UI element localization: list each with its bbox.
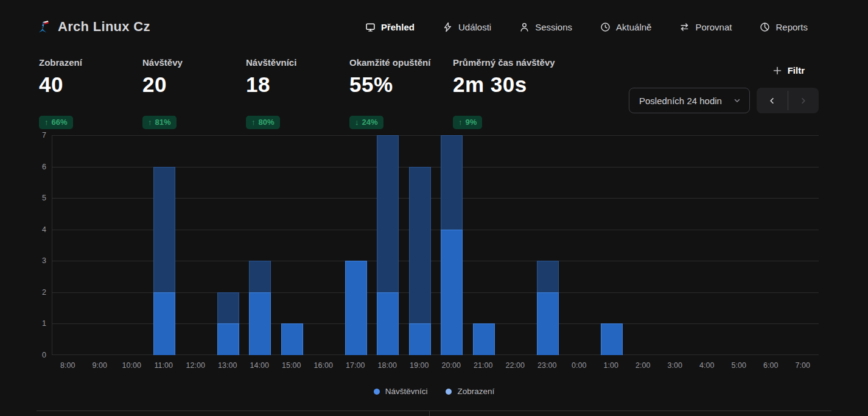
- bar-visitors-2100[interactable]: [473, 323, 495, 355]
- nav-item-label: Reports: [775, 22, 808, 32]
- stat-change-value: 80%: [259, 118, 275, 127]
- site-title: Arch Linux Cz: [58, 19, 150, 35]
- nav-item-prehled[interactable]: Přehled: [365, 22, 415, 32]
- x-axis-label: 17:00: [340, 361, 372, 370]
- nav-item-aktualne[interactable]: Aktuálně: [600, 22, 651, 32]
- lightning-icon: [443, 22, 453, 32]
- previous-period-button[interactable]: [757, 88, 788, 113]
- stat-okamzite-opusteni: Okamžité opuštění55%↓24%: [349, 57, 453, 129]
- x-axis-label: 21:00: [467, 361, 500, 370]
- x-axis-label: 15:00: [276, 361, 308, 370]
- x-axis-label: 11:00: [148, 361, 180, 370]
- stat-change-value: 24%: [362, 118, 378, 127]
- stat-change-value: 81%: [155, 118, 171, 127]
- arrow-up-icon: ↑: [148, 118, 152, 127]
- stat-label: Návštěvníci: [246, 57, 349, 68]
- filter-label: Filtr: [788, 65, 805, 76]
- x-axis-label: 4:00: [691, 361, 723, 370]
- x-axis-label: 8:00: [52, 361, 84, 370]
- clock-icon: [600, 22, 611, 32]
- x-axis-label: 23:00: [531, 361, 564, 370]
- legend-label: Zobrazení: [457, 387, 494, 396]
- bar-visitors-1800[interactable]: [377, 292, 399, 355]
- x-axis-label: 18:00: [371, 361, 404, 370]
- stat-value: 2m 30s: [453, 72, 556, 97]
- x-axis-label: 0:00: [563, 361, 595, 370]
- x-axis-label: 3:00: [659, 361, 691, 370]
- date-pager: [757, 88, 819, 113]
- nav-item-porovnat[interactable]: Porovnat: [679, 22, 732, 32]
- bar-visitors-1700[interactable]: [345, 261, 367, 355]
- bar-visitors-1500[interactable]: [281, 323, 303, 355]
- nav-item-udalosti[interactable]: Události: [443, 22, 491, 32]
- date-range-value: Posledních 24 hodin: [639, 96, 722, 106]
- stat-zobrazeni: Zobrazení40↑66%: [39, 57, 142, 129]
- pie-chart-icon: [760, 22, 770, 32]
- nav-item-label: Porovnat: [695, 22, 732, 32]
- y-axis-label: 7: [42, 131, 46, 139]
- x-axis-label: 19:00: [404, 361, 436, 370]
- bar-visitors-2300[interactable]: [537, 292, 559, 355]
- chart-controls: Filtr Posledních 24 hodin: [629, 65, 819, 113]
- x-axis-label: 22:00: [499, 361, 531, 370]
- panel-divider: [429, 411, 430, 416]
- bar-visitors-1900[interactable]: [409, 323, 431, 355]
- x-axis-label: 6:00: [755, 361, 787, 370]
- y-axis-label: 4: [42, 225, 46, 234]
- chart-x-axis: 8:009:0010:0011:0012:0013:0014:0015:0016…: [52, 361, 819, 370]
- nav-item-reports[interactable]: Reports: [760, 22, 808, 32]
- bar-visitors-1100[interactable]: [153, 292, 175, 355]
- person-icon: [519, 22, 530, 32]
- bar-visitors-1400[interactable]: [249, 292, 271, 355]
- chevron-left-icon: [768, 96, 777, 105]
- legend-item-nvtvnci[interactable]: Návštěvníci: [374, 387, 428, 396]
- legend-label: Návštěvníci: [385, 387, 428, 396]
- arrow-down-icon: ↓: [355, 118, 359, 127]
- bar-visitors-100[interactable]: [601, 323, 623, 355]
- site-logo-icon: [37, 19, 51, 34]
- monitor-icon: [365, 22, 376, 32]
- nav-item-label: Přehled: [381, 22, 415, 32]
- compare-arrows-icon: [679, 22, 690, 32]
- stat-navstevy: Návštěvy20↑81%: [142, 57, 246, 129]
- main-nav: PřehledUdálostiSessionsAktuálněPorovnatR…: [365, 22, 808, 32]
- bottom-panels: [37, 411, 831, 416]
- date-range-select[interactable]: Posledních 24 hodin: [629, 88, 750, 113]
- x-axis-label: 20:00: [435, 361, 467, 370]
- x-axis-label: 16:00: [307, 361, 340, 370]
- nav-item-label: Události: [458, 22, 491, 32]
- x-axis-label: 7:00: [787, 361, 819, 370]
- stat-label: Průměrný čas návštěvy: [453, 57, 556, 68]
- chevron-down-icon: [733, 96, 741, 105]
- bar-visitors-1300[interactable]: [217, 323, 239, 355]
- stat-change-badge: ↑9%: [453, 116, 482, 129]
- gridline-y7: [52, 135, 819, 136]
- x-axis-label: 2:00: [627, 361, 659, 370]
- bar-visitors-2000[interactable]: [441, 230, 463, 355]
- x-axis-label: 14:00: [243, 361, 276, 370]
- stat-label: Zobrazení: [39, 57, 142, 68]
- next-period-button[interactable]: [788, 88, 819, 113]
- stat-change-badge: ↑81%: [142, 116, 177, 129]
- stat-value: 20: [142, 72, 246, 97]
- legend-dot-icon: [374, 389, 380, 395]
- stats-bar: Zobrazení40↑66%Návštěvy20↑81%Návštěvníci…: [39, 57, 556, 129]
- stat-value: 55%: [349, 72, 453, 97]
- y-axis-label: 5: [42, 194, 46, 202]
- stat-change-badge: ↑80%: [246, 116, 280, 129]
- plus-icon: [772, 66, 782, 76]
- stat-value: 18: [246, 72, 349, 97]
- stat-prumerny-cas: Průměrný čas návštěvy2m 30s↑9%: [453, 57, 556, 129]
- nav-item-label: Sessions: [535, 22, 572, 32]
- filter-button[interactable]: Filtr: [769, 65, 808, 76]
- stat-change-value: 66%: [52, 118, 68, 127]
- arrow-up-icon: ↑: [251, 118, 256, 127]
- legend-dot-icon: [446, 389, 452, 395]
- y-axis-label: 0: [42, 351, 46, 359]
- legend-item-zobrazen[interactable]: Zobrazení: [446, 387, 494, 396]
- nav-item-label: Aktuálně: [616, 22, 651, 32]
- y-axis-label: 2: [42, 288, 46, 297]
- nav-item-sessions[interactable]: Sessions: [519, 22, 572, 32]
- x-axis-label: 12:00: [180, 361, 212, 370]
- stat-change-badge: ↑66%: [39, 116, 73, 129]
